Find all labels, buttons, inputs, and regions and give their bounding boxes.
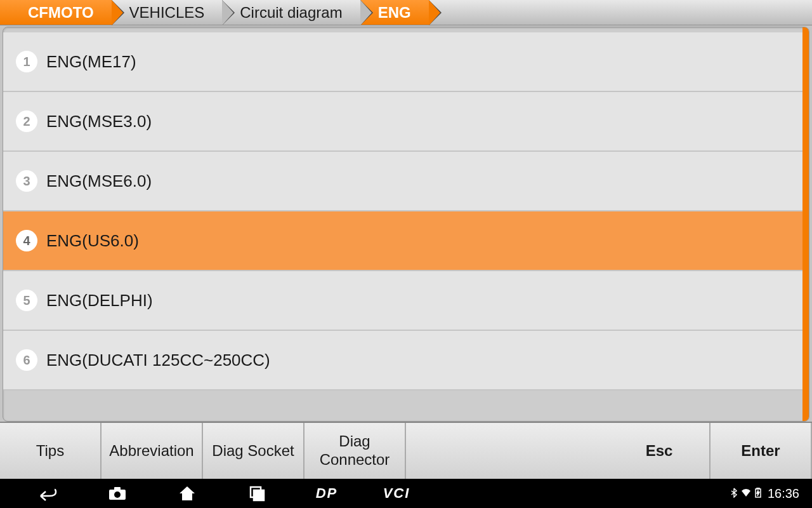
crumb-circuit-diagram[interactable]: Circuit diagram	[222, 0, 360, 25]
menu-list: 1 ENG(ME17) 2 ENG(MSE3.0) 3 ENG(MSE6.0) …	[3, 27, 802, 421]
item-label: ENG(DELPHI)	[46, 291, 153, 311]
item-label: ENG(MSE6.0)	[46, 171, 152, 191]
clock: 16:36	[768, 486, 799, 501]
list-item[interactable]: 4 ENG(US6.0)	[3, 211, 802, 271]
item-number-badge: 4	[16, 230, 37, 251]
tips-button[interactable]: Tips	[0, 423, 102, 479]
svg-rect-1	[114, 487, 121, 490]
list-item[interactable]: 2 ENG(MSE3.0)	[3, 92, 802, 152]
item-number-badge: 6	[16, 349, 37, 371]
button-spacer	[406, 423, 609, 479]
list-item[interactable]: 1 ENG(ME17)	[3, 32, 802, 92]
crumb-vehicles[interactable]: VEHICLES	[112, 0, 223, 25]
button-bar: Tips Abbreviation Diag Socket Diag Conne…	[0, 422, 812, 479]
diag-connector-button[interactable]: Diag Connector	[304, 423, 406, 479]
svg-point-2	[114, 491, 121, 498]
item-label: ENG(ME17)	[46, 52, 136, 72]
item-number-badge: 3	[16, 170, 37, 192]
abbreviation-button[interactable]: Abbreviation	[102, 423, 203, 479]
android-navbar: DP VCI 16:36	[0, 479, 812, 508]
list-item[interactable]: 3 ENG(MSE6.0)	[3, 152, 802, 211]
item-label: ENG(DUCATI 125CC~250CC)	[46, 351, 270, 370]
diag-socket-button[interactable]: Diag Socket	[203, 423, 304, 479]
breadcrumb: CFMOTO VEHICLES Circuit diagram ENG	[0, 0, 812, 25]
item-label: ENG(MSE3.0)	[46, 112, 152, 131]
svg-rect-6	[757, 488, 759, 489]
recent-apps-icon[interactable]	[222, 485, 292, 502]
crumb-cfmoto[interactable]: CFMOTO	[0, 0, 112, 25]
camera-icon[interactable]	[82, 486, 152, 501]
item-label: ENG(US6.0)	[46, 231, 139, 251]
dp-icon[interactable]: DP	[292, 485, 362, 502]
content-panel: 1 ENG(ME17) 2 ENG(MSE3.0) 3 ENG(MSE6.0) …	[3, 27, 809, 422]
back-icon[interactable]	[13, 486, 82, 501]
item-number-badge: 2	[16, 110, 37, 132]
list-item[interactable]: 5 ENG(DELPHI)	[3, 271, 802, 331]
esc-button[interactable]: Esc	[609, 423, 710, 479]
list-item[interactable]: 6 ENG(DUCATI 125CC~250CC)	[3, 331, 802, 391]
vci-icon[interactable]: VCI	[362, 485, 431, 502]
item-number-badge: 1	[16, 51, 37, 72]
bluetooth-icon	[731, 488, 737, 500]
item-number-badge: 5	[16, 290, 37, 311]
scrollbar[interactable]	[802, 27, 809, 421]
wifi-icon	[741, 488, 751, 499]
status-bar: 16:36	[731, 486, 799, 501]
enter-button[interactable]: Enter	[710, 423, 812, 479]
svg-rect-4	[254, 490, 264, 500]
battery-icon	[755, 488, 761, 500]
home-icon[interactable]	[152, 485, 222, 502]
